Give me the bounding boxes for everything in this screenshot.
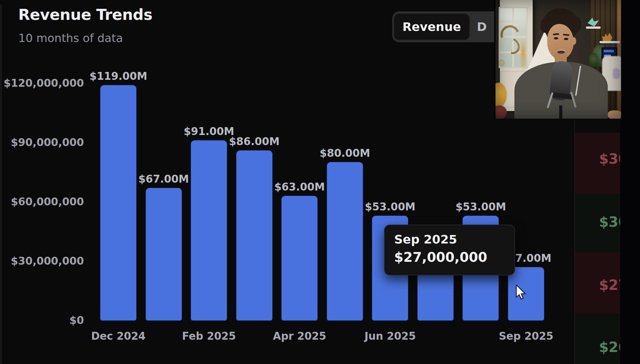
ticker-price-text: $26 — [599, 339, 621, 355]
mouse-cursor-icon — [516, 285, 529, 302]
bar-value-label: $67.00M — [126, 173, 202, 185]
y-axis-tick-label: $60,000,000 — [0, 195, 84, 208]
x-axis-tick-label: Jun 2025 — [352, 330, 428, 343]
tooltip-value: $27,000,000 — [394, 249, 514, 266]
webcam-overlay — [494, 0, 621, 119]
ticker-price-text: $30 — [599, 214, 621, 230]
bar-apr-2025[interactable] — [281, 196, 317, 320]
webcam-vignette — [495, 0, 621, 119]
right-black-bar — [620, 0, 640, 364]
bar-value-label: $80.00M — [307, 147, 383, 160]
y-axis-tick-label: $120,000,000 — [0, 77, 84, 90]
bar-value-label: $53.00M — [443, 201, 519, 213]
tab-revenue[interactable]: Revenue — [394, 13, 470, 40]
y-axis-tick-label: $30,000,000 — [0, 255, 84, 268]
bar-dec-2024[interactable] — [100, 85, 136, 320]
bar-value-label: $53.00M — [352, 201, 428, 213]
y-axis-tick-label: $90,000,000 — [0, 136, 84, 149]
screen-left-edge — [0, 4, 2, 364]
x-axis-tick-label: Sep 2025 — [488, 330, 564, 343]
x-axis-tick-label: Dec 2024 — [80, 330, 156, 343]
bar-value-label: $119.00M — [80, 70, 156, 83]
ticker-price-text: $30 — [599, 151, 621, 167]
screen: Revenue Trends 10 months of data Revenue… — [0, 0, 640, 364]
ticker-price-text: $27 — [599, 277, 621, 293]
page-title: Revenue Trends — [18, 6, 152, 23]
y-axis-tick-label: $0 — [0, 314, 84, 327]
page-subtitle: 10 months of data — [18, 32, 123, 44]
bar-feb-2025[interactable] — [191, 140, 227, 320]
bar-jan-2025[interactable] — [146, 188, 182, 320]
bar-mar-2025[interactable] — [236, 150, 272, 320]
chart-tooltip: Sep 2025 $27,000,000 — [384, 225, 515, 275]
metric-segmented-control: Revenue D — [392, 11, 509, 42]
x-axis-tick-label: Apr 2025 — [262, 330, 337, 343]
bar-value-label: $63.00M — [262, 181, 337, 193]
bar-value-label: $86.00M — [216, 135, 292, 148]
tab-revenue-label: Revenue — [402, 20, 461, 34]
tooltip-title: Sep 2025 — [394, 232, 514, 247]
tab-second-label: D — [477, 20, 487, 34]
background-price-ticker: $30$30$27$26 — [574, 119, 621, 364]
x-axis-tick-label: Feb 2025 — [171, 330, 247, 343]
